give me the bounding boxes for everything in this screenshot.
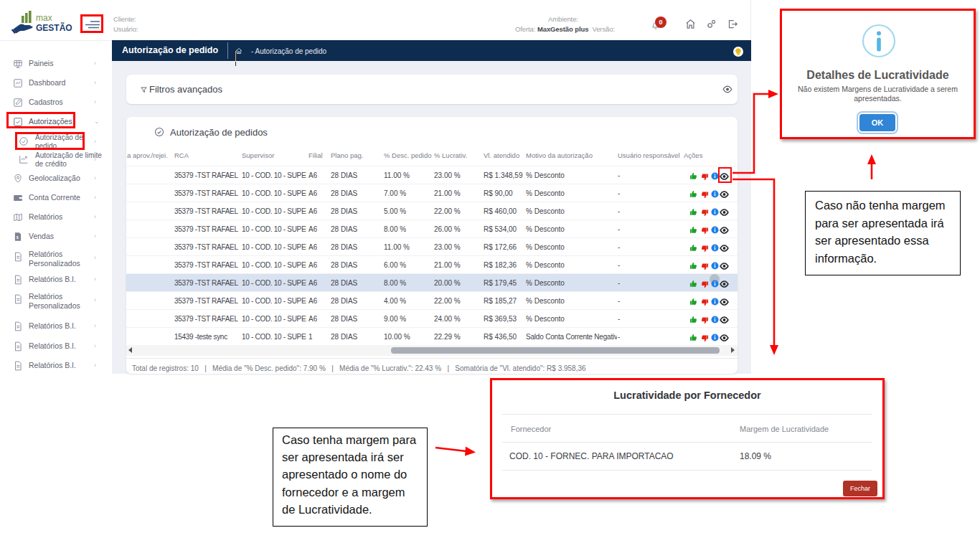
svg-text:max: max [36,13,52,23]
svg-text:$: $ [17,235,19,239]
svg-text:GESTÃO: GESTÃO [36,22,72,33]
